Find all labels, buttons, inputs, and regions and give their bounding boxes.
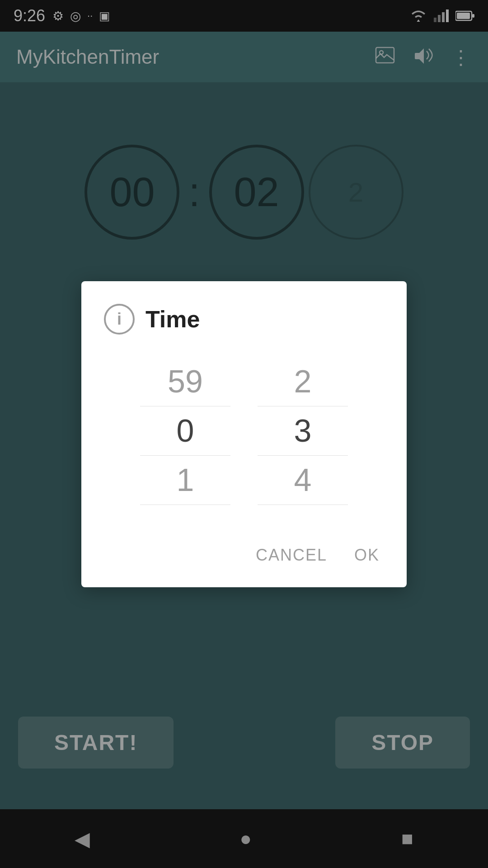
right-picker-item-1[interactable]: 3 bbox=[258, 406, 348, 456]
info-icon: i bbox=[104, 304, 135, 335]
left-picker-item-1[interactable]: 0 bbox=[140, 406, 230, 456]
dialog-actions: CANCEL OK bbox=[104, 528, 384, 574]
left-picker-item-0[interactable]: 59 bbox=[140, 357, 230, 406]
info-icon-label: i bbox=[117, 310, 122, 329]
ok-button[interactable]: OK bbox=[350, 537, 384, 574]
dialog-header: i Time bbox=[104, 304, 384, 335]
cancel-button[interactable]: CANCEL bbox=[251, 537, 332, 574]
dialog-title: Time bbox=[145, 306, 200, 333]
time-dialog: i Time 59 0 1 2 3 4 CANCEL OK bbox=[81, 281, 407, 587]
right-picker-item-2[interactable]: 4 bbox=[258, 456, 348, 505]
left-picker-item-2[interactable]: 1 bbox=[140, 456, 230, 505]
dialog-overlay: i Time 59 0 1 2 3 4 CANCEL OK bbox=[0, 0, 488, 868]
left-picker-column: 59 0 1 bbox=[140, 357, 230, 505]
right-picker-column: 2 3 4 bbox=[258, 357, 348, 505]
picker-container: 59 0 1 2 3 4 bbox=[104, 357, 384, 505]
right-picker-item-0[interactable]: 2 bbox=[258, 357, 348, 406]
